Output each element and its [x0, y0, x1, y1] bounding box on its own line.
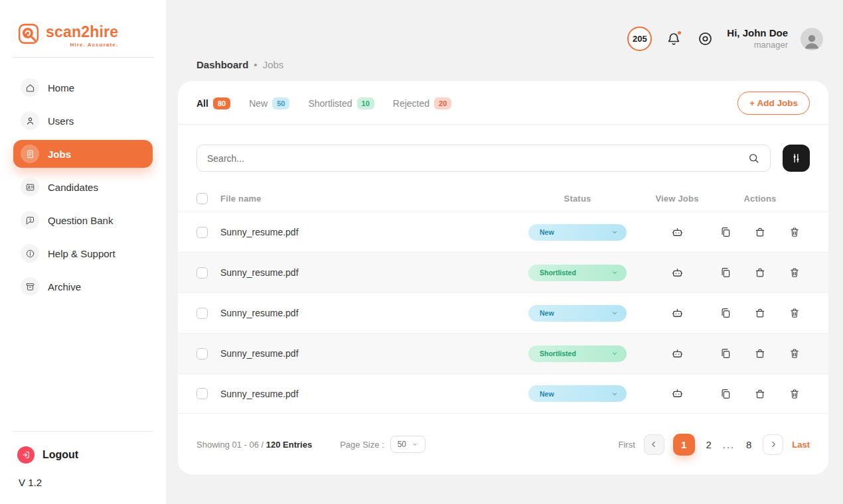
add-jobs-button[interactable]: + Add Jobs — [737, 92, 810, 115]
row-checkbox[interactable] — [196, 267, 208, 279]
sidebar-item-label: Archive — [48, 281, 81, 292]
sidebar-item-archive[interactable]: Archive — [13, 273, 153, 300]
view-jobs-button[interactable] — [668, 385, 686, 403]
view-jobs-button[interactable] — [668, 264, 686, 282]
topbar-actions: 205 Hi, John Doe manager — [627, 27, 823, 51]
delete-button[interactable] — [786, 345, 803, 362]
page-size-value: 50 — [398, 440, 406, 449]
delete-button[interactable] — [786, 304, 803, 322]
help-icon — [21, 244, 39, 263]
view-jobs-button[interactable] — [668, 304, 686, 322]
file-name: Sunny_resume.pdf — [220, 308, 511, 318]
page-button-2[interactable]: 2 — [704, 439, 714, 450]
status-dropdown[interactable]: New — [528, 305, 627, 322]
tab-shortlisted[interactable]: Shortlisted 10 — [308, 97, 374, 109]
tab-all-label: All — [196, 98, 208, 109]
sidebar-item-question-bank[interactable]: Question Bank — [13, 206, 153, 234]
view-jobs-button[interactable] — [668, 223, 686, 241]
status-dropdown[interactable]: Shortlisted — [528, 265, 627, 281]
bot-icon — [671, 347, 684, 360]
trash-icon — [789, 307, 801, 319]
page-size-wrap: Page Size : 50 — [340, 436, 425, 453]
page-button-1[interactable]: 1 — [673, 434, 695, 456]
table-row: Sunny_resume.pdf New — [178, 212, 828, 252]
archive-button[interactable] — [751, 223, 769, 241]
filter-button[interactable] — [783, 145, 810, 172]
sidebar-item-jobs[interactable]: Jobs — [13, 140, 153, 168]
brand-logo[interactable]: scan2hire Hire. Accurate. — [0, 0, 166, 57]
next-page-button[interactable] — [763, 434, 783, 455]
archive-box-icon — [754, 347, 766, 359]
tab-rejected[interactable]: Rejected 20 — [393, 97, 452, 109]
settings-button[interactable] — [696, 30, 714, 48]
chevron-right-icon — [769, 440, 778, 449]
page-size-select[interactable]: 50 — [390, 436, 425, 453]
copy-button[interactable] — [717, 264, 734, 281]
bot-icon — [671, 307, 684, 320]
tab-all[interactable]: All 80 — [196, 97, 230, 109]
user-greeting: Hi, John Doe — [727, 27, 788, 40]
user-meta: Hi, John Doe manager — [727, 27, 788, 50]
archive-box-icon — [754, 307, 766, 319]
table-body: Sunny_resume.pdf New — [178, 212, 828, 414]
delete-button[interactable] — [786, 223, 803, 241]
copy-button[interactable] — [717, 345, 734, 362]
copy-button[interactable] — [717, 385, 734, 403]
archive-button[interactable] — [751, 304, 769, 322]
sidebar-item-help-support[interactable]: Help & Support — [13, 239, 153, 267]
first-page-link[interactable]: First — [618, 440, 635, 450]
chevron-down-icon — [611, 269, 619, 277]
chevron-down-icon — [611, 390, 619, 398]
delete-button[interactable] — [786, 264, 803, 281]
delete-button[interactable] — [786, 385, 803, 403]
question-bank-icon — [21, 211, 39, 229]
sidebar-item-home[interactable]: Home — [13, 74, 153, 101]
status-value: New — [540, 228, 554, 236]
avatar[interactable] — [801, 28, 823, 50]
status-dropdown[interactable]: Shortlisted — [528, 346, 627, 362]
row-checkbox[interactable] — [196, 348, 208, 359]
chevron-down-icon — [611, 228, 619, 236]
search-input[interactable] — [207, 153, 747, 164]
bot-icon — [671, 226, 684, 239]
jobs-card: All 80 New 50 Shortlisted 10 Rejected 20 — [178, 81, 828, 475]
select-all-checkbox[interactable] — [196, 193, 208, 204]
logout-button[interactable]: Logout — [13, 446, 153, 464]
breadcrumb-dashboard[interactable]: Dashboard — [196, 59, 248, 70]
logout-icon — [17, 446, 35, 464]
status-dropdown[interactable]: New — [528, 385, 627, 402]
sidebar-item-candidates[interactable]: Candidates — [13, 173, 153, 201]
copy-icon — [720, 267, 731, 279]
archive-button[interactable] — [751, 264, 769, 281]
archive-button[interactable] — [751, 345, 769, 362]
archive-button[interactable] — [751, 385, 769, 403]
trash-icon — [789, 347, 801, 359]
status-value: New — [540, 390, 554, 398]
page-button-8[interactable]: 8 — [743, 439, 754, 450]
sidebar-item-users[interactable]: Users — [13, 107, 153, 135]
notifications-button[interactable] — [664, 30, 683, 48]
row-checkbox[interactable] — [196, 308, 208, 319]
credits-badge[interactable]: 205 — [627, 27, 652, 51]
settings-icon — [697, 31, 714, 47]
row-checkbox[interactable] — [196, 227, 208, 238]
avatar-person-icon — [802, 31, 822, 50]
copy-button[interactable] — [717, 223, 734, 241]
home-icon — [21, 78, 39, 97]
search-box — [196, 145, 771, 172]
prev-page-button[interactable] — [644, 434, 664, 455]
search-icon[interactable] — [747, 152, 760, 164]
last-page-link[interactable]: Last — [792, 440, 810, 450]
file-name: Sunny_resume.pdf — [220, 389, 511, 399]
tab-new-label: New — [249, 98, 268, 109]
breadcrumb-jobs: Jobs — [263, 59, 284, 70]
copy-button[interactable] — [717, 304, 734, 322]
status-dropdown[interactable]: New — [528, 224, 627, 241]
file-name: Sunny_resume.pdf — [220, 348, 511, 359]
tab-new[interactable]: New 50 — [249, 97, 289, 109]
row-checkbox[interactable] — [196, 388, 208, 399]
tab-shortlisted-label: Shortlisted — [308, 98, 352, 109]
topbar: Dashboard • Jobs 205 Hi, John Doe manage… — [178, 0, 828, 81]
view-jobs-button[interactable] — [668, 345, 686, 363]
file-name: Sunny_resume.pdf — [220, 227, 511, 237]
